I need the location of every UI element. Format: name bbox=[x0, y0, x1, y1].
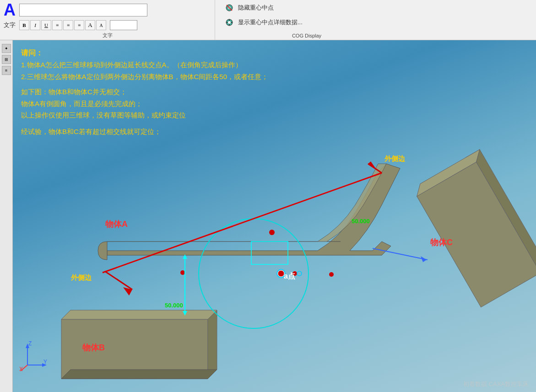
show-cog-details-button[interactable]: 显示重心中点详细数据... bbox=[222, 16, 391, 28]
font-size-down-button[interactable]: A bbox=[96, 20, 106, 30]
text-group-label: 文字 bbox=[4, 32, 211, 39]
label-distance-50: 50.000 bbox=[165, 302, 183, 309]
svg-marker-11 bbox=[208, 310, 217, 379]
cog-display-section: 隐藏重心中点 显示重心中点详细数据... COG Display bbox=[215, 0, 398, 40]
align-right-button[interactable]: ≡ bbox=[74, 20, 84, 30]
show-cog-icon bbox=[224, 17, 234, 27]
body-a bbox=[98, 164, 400, 264]
label-body-c: 物体C bbox=[430, 237, 453, 248]
cog-group-label: COG Display bbox=[222, 33, 391, 38]
label-a-point: a点 bbox=[284, 272, 295, 281]
italic-button[interactable]: I bbox=[30, 20, 40, 30]
body-c bbox=[412, 150, 536, 307]
svg-marker-12 bbox=[61, 370, 217, 379]
question-title: 请问： bbox=[21, 47, 531, 59]
hide-cog-button[interactable]: 隐藏重心中点 bbox=[222, 2, 391, 14]
hide-cog-icon bbox=[224, 3, 234, 13]
svg-line-17 bbox=[103, 173, 382, 273]
question-line4: 如下图：物体B和物体C并无相交； bbox=[21, 86, 531, 98]
color-selector[interactable] bbox=[110, 20, 137, 30]
watermark-text: 初看数据 CAXA数控车床 bbox=[463, 380, 529, 388]
label-distance-50b: 50.000 bbox=[352, 218, 370, 225]
question-line5: 物体A有倒圆角，而且是必须先完成的； bbox=[21, 98, 531, 110]
label-body-a: 物体A bbox=[105, 219, 128, 230]
svg-text:Z: Z bbox=[28, 340, 32, 347]
big-a-icon: A bbox=[4, 2, 16, 18]
label-outside-edge-2: 外侧边 bbox=[384, 155, 405, 163]
viewport: ✦ ⊞ ≡ bbox=[0, 40, 536, 392]
svg-text:X: X bbox=[19, 366, 23, 372]
svg-line-27 bbox=[105, 271, 132, 290]
question-line1: 1.物体A怎么把三维球移动到外侧边延长线交点A。（在倒角完成后操作） bbox=[21, 59, 531, 71]
show-cog-details-label: 显示重心中点详细数据... bbox=[238, 18, 303, 27]
question-box: 请问： 1.物体A怎么把三维球移动到外侧边延长线交点A。（在倒角完成后操作） 2… bbox=[16, 44, 536, 140]
hide-cog-label: 隐藏重心中点 bbox=[238, 4, 274, 12]
align-center-button[interactable]: ≡ bbox=[63, 20, 73, 30]
bold-button[interactable]: B bbox=[19, 20, 29, 30]
svg-point-18 bbox=[269, 230, 275, 235]
font-size-up-button[interactable]: A bbox=[85, 20, 95, 30]
arrow-bottom-left bbox=[105, 271, 132, 295]
axis-indicator: Z X Y bbox=[18, 340, 50, 374]
svg-point-4 bbox=[228, 21, 231, 24]
svg-text:Y: Y bbox=[43, 359, 47, 365]
question-line2: 2.三维球怎么将物体A定位到两外侧边分别离物体B，物体C间距各50，或者任意； bbox=[21, 71, 531, 83]
svg-point-23 bbox=[329, 272, 334, 277]
svg-point-22 bbox=[297, 271, 302, 276]
label-outside-edge-1: 外侧边 bbox=[71, 274, 92, 282]
toolbar: A 文字 B I U ≡ ≡ ≡ A A 文字 隐藏重心中点 bbox=[0, 0, 536, 40]
label-body-b: 物体B bbox=[82, 342, 105, 353]
svg-point-24 bbox=[180, 270, 185, 275]
text-section-label: 文字 bbox=[4, 21, 16, 29]
svg-point-19 bbox=[278, 270, 284, 277]
svg-marker-10 bbox=[61, 310, 217, 319]
underline-button[interactable]: U bbox=[41, 20, 51, 30]
text-toolbar-section: A 文字 B I U ≡ ≡ ≡ A A 文字 bbox=[0, 0, 215, 40]
align-left-button[interactable]: ≡ bbox=[52, 20, 62, 30]
question-line6: 以上操作仅使用三维球，没有草图等辅助，或约束定位 bbox=[21, 109, 531, 121]
question-line8: 经试验，物体B和C若有超过相交线就可定位； bbox=[21, 126, 531, 138]
text-input-field[interactable] bbox=[19, 4, 147, 16]
